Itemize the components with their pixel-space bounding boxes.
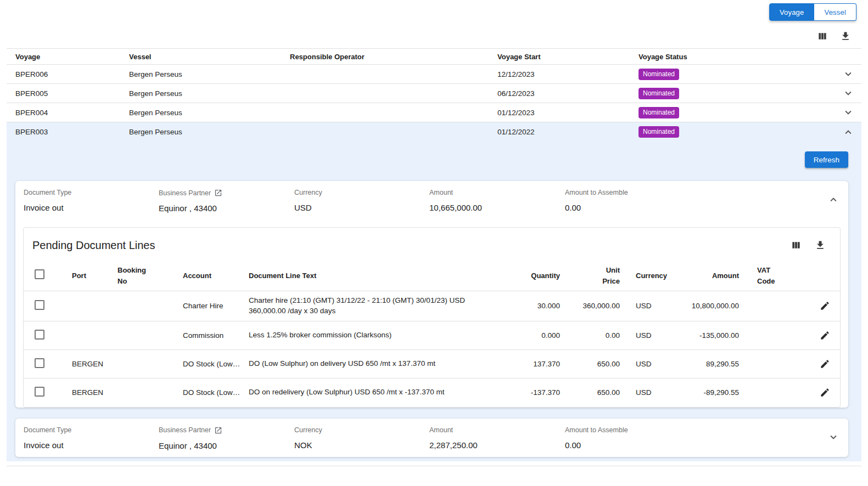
row-checkbox[interactable] (35, 300, 44, 310)
column-header-quantity: Quantity (512, 270, 560, 281)
view-toggle-group: Voyage Vessel (769, 3, 856, 21)
document-line-text-cell: Less 1.25% broker commission (Clarksons) (249, 330, 512, 341)
column-header-amount: Amount (666, 270, 742, 281)
currency-field: Currency USD (294, 189, 429, 212)
port-cell: BERGEN (72, 388, 117, 397)
document-type-field: Document Type Invoice out (24, 426, 159, 450)
amount-field: Amount 2,287,250.00 (429, 426, 565, 450)
vessel-cell: Bergen Perseus (129, 128, 290, 136)
document-line-row: Charter Hire Charter hire (21:10 (GMT) 3… (24, 291, 840, 321)
row-checkbox[interactable] (35, 330, 44, 340)
business-partner-value: Equinor , 43400 (159, 204, 294, 213)
currency-cell: USD (627, 388, 666, 397)
currency-cell: USD (627, 331, 666, 340)
account-cell: Charter Hire (183, 302, 249, 310)
voyage-start-cell: 12/12/2023 (497, 70, 639, 78)
vessel-cell: Bergen Perseus (129, 70, 290, 78)
select-all-checkbox[interactable] (35, 269, 44, 279)
chevron-up-icon[interactable] (827, 194, 848, 208)
row-checkbox[interactable] (35, 358, 44, 368)
column-header-voyage-start: Voyage Start (497, 53, 639, 61)
vessel-toggle-button[interactable]: Vessel (814, 3, 856, 21)
quantity-cell: 137.370 (512, 360, 560, 368)
row-checkbox[interactable] (35, 387, 44, 397)
chevron-down-icon[interactable] (835, 87, 861, 99)
currency-label: Currency (294, 426, 429, 434)
amount-field: Amount 10,665,000.00 (429, 189, 565, 212)
amount-cell: -135,000.00 (666, 331, 742, 340)
document-line-text-cell: Charter hire (21:10 (GMT) 31/12/22 - 21:… (249, 296, 512, 317)
voyage-cell: BPER004 (15, 109, 129, 117)
chevron-down-icon[interactable] (827, 431, 848, 445)
voyage-table-header: Voyage Vessel Responsible Operator Voyag… (7, 48, 861, 65)
voyage-row-expanded[interactable]: BPER003 Bergen Perseus 01/12/2022 Nomina… (7, 122, 861, 142)
quantity-cell: -137.370 (512, 388, 560, 397)
document-summary: Document Type Invoice out Business Partn… (15, 181, 848, 219)
pending-document-lines-card: Pending Document Lines Port (23, 227, 841, 408)
status-badge: Nominated (639, 126, 679, 138)
refresh-row: Refresh (7, 142, 861, 168)
business-partner-field: Business Partner Equinor , 43400 (159, 189, 294, 213)
edit-icon[interactable] (806, 301, 840, 311)
column-header-currency: Currency (627, 270, 666, 281)
business-partner-label-text: Business Partner (159, 189, 211, 197)
vessel-cell: Bergen Perseus (129, 89, 290, 98)
view-columns-icon[interactable] (791, 240, 802, 251)
amount-label: Amount (429, 426, 565, 434)
amount-cell: 10,800,000.00 (666, 302, 742, 310)
document-line-row: Commission Less 1.25% broker commission … (24, 321, 840, 350)
column-header-booking-no: Booking No (117, 265, 149, 286)
voyage-table: Voyage Vessel Responsible Operator Voyag… (7, 48, 861, 466)
currency-label: Currency (294, 189, 429, 196)
download-icon[interactable] (840, 31, 851, 42)
column-header-vat-code: VAT Code (757, 265, 779, 286)
amount-value: 10,665,000.00 (429, 203, 565, 212)
business-partner-label-text: Business Partner (159, 426, 211, 434)
document-card: Document Type Invoice out Business Partn… (15, 181, 848, 408)
column-header-vessel: Vessel (129, 53, 290, 61)
voyage-cell: BPER005 (15, 89, 129, 98)
amount-to-assemble-field: Amount to Assemble 0.00 (565, 426, 822, 450)
business-partner-label: Business Partner (159, 426, 294, 434)
view-columns-icon[interactable] (817, 31, 828, 42)
pending-lines-title: Pending Document Lines (32, 238, 155, 253)
pending-lines-titlebar: Pending Document Lines (24, 228, 840, 261)
edit-icon[interactable] (806, 330, 840, 341)
chevron-down-icon[interactable] (835, 106, 861, 118)
voyage-start-cell: 06/12/2023 (497, 89, 639, 98)
download-icon[interactable] (815, 240, 826, 251)
amount-to-assemble-label: Amount to Assemble (565, 189, 822, 196)
edit-icon[interactable] (806, 387, 840, 398)
unit-price-cell: 0.00 (560, 331, 627, 340)
column-header-responsible-operator: Responsible Operator (290, 53, 497, 61)
vessel-cell: Bergen Perseus (129, 109, 290, 117)
voyage-row[interactable]: BPER006 Bergen Perseus 12/12/2023 Nomina… (7, 65, 861, 84)
column-header-document-line-text: Document Line Text (249, 270, 512, 281)
currency-cell: USD (627, 360, 666, 368)
voyage-row[interactable]: BPER004 Bergen Perseus 01/12/2023 Nomina… (7, 103, 861, 122)
document-type-field: Document Type Invoice out (24, 189, 159, 212)
quantity-cell: 0.000 (512, 331, 560, 340)
currency-value: NOK (294, 440, 429, 450)
amount-to-assemble-value: 0.00 (565, 440, 822, 450)
document-type-label: Document Type (24, 426, 159, 434)
refresh-button[interactable]: Refresh (805, 151, 848, 168)
edit-icon[interactable] (806, 359, 840, 369)
unit-price-cell: 650.00 (560, 388, 627, 397)
voyage-toggle-button[interactable]: Voyage (769, 3, 815, 21)
chevron-up-icon[interactable] (835, 126, 861, 138)
column-header-voyage-status: Voyage Status (639, 53, 835, 61)
voyage-detail-panel: Refresh Document Type Invoice out Busine… (7, 142, 861, 461)
amount-value: 2,287,250.00 (429, 440, 565, 450)
document-type-label: Document Type (24, 189, 159, 196)
open-in-new-icon[interactable] (214, 189, 222, 197)
open-in-new-icon[interactable] (214, 426, 222, 434)
chevron-down-icon[interactable] (835, 68, 861, 80)
document-type-value: Invoice out (24, 203, 159, 212)
currency-value: USD (294, 203, 429, 212)
amount-cell: 89,290.55 (666, 360, 742, 368)
currency-field: Currency NOK (294, 426, 429, 450)
next-row-partial (7, 461, 861, 466)
voyage-row[interactable]: BPER005 Bergen Perseus 06/12/2023 Nomina… (7, 84, 861, 103)
voyage-cell: BPER003 (15, 128, 129, 136)
